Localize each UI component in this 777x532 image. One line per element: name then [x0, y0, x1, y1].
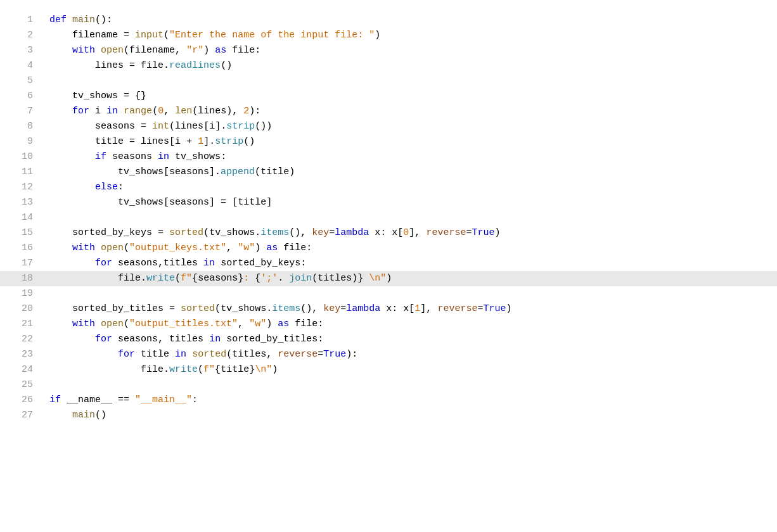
line-number: 19 [0, 286, 43, 301]
code-editor: 1 def main(): 2 filename = input("Enter … [0, 0, 777, 532]
line-content: title = lines[i + 1].strip() [43, 134, 777, 149]
line-number: 24 [0, 362, 43, 377]
line-content: seasons = int(lines[i].strip()) [43, 119, 777, 134]
line-number: 2 [0, 28, 43, 43]
line-number: 3 [0, 43, 43, 58]
table-row: 2 filename = input("Enter the name of th… [0, 28, 777, 43]
line-number: 12 [0, 180, 43, 195]
line-content: tv_shows[seasons] = [title] [43, 195, 777, 210]
table-row: 5 [0, 73, 777, 89]
line-content: for seasons,titles in sorted_by_keys: [43, 256, 777, 271]
line-content: lines = file.readlines() [43, 58, 777, 73]
line-content [43, 286, 777, 301]
table-row: 18 file.write(f"{seasons}: {';'. join(ti… [0, 271, 777, 286]
table-row: 16 with open("output_keys.txt", "w") as … [0, 241, 777, 256]
line-content [43, 73, 777, 89]
table-row: 20 sorted_by_titles = sorted(tv_shows.it… [0, 301, 777, 317]
table-row: 4 lines = file.readlines() [0, 58, 777, 73]
line-number: 23 [0, 347, 43, 362]
line-content: if seasons in tv_shows: [43, 149, 777, 165]
table-row: 8 seasons = int(lines[i].strip()) [0, 119, 777, 134]
line-content: else: [43, 180, 777, 195]
line-number: 17 [0, 256, 43, 271]
table-row: 25 [0, 377, 777, 393]
line-content [43, 210, 777, 225]
line-content: with open("output_keys.txt", "w") as fil… [43, 241, 777, 256]
line-number: 10 [0, 149, 43, 165]
line-content: file.write(f"{seasons}: {';'. join(title… [43, 271, 777, 286]
line-number: 14 [0, 210, 43, 225]
line-content: filename = input("Enter the name of the … [43, 28, 777, 43]
table-row: 23 for title in sorted(titles, reverse=T… [0, 347, 777, 362]
table-row: 6 tv_shows = {} [0, 89, 777, 104]
line-number: 22 [0, 332, 43, 347]
table-row: 1 def main(): [0, 13, 777, 28]
table-row: 27 main() [0, 408, 777, 423]
line-content: tv_shows[seasons].append(title) [43, 165, 777, 180]
table-row: 3 with open(filename, "r") as file: [0, 43, 777, 58]
code-table: 1 def main(): 2 filename = input("Enter … [0, 13, 777, 423]
line-number: 8 [0, 119, 43, 134]
line-content: sorted_by_keys = sorted(tv_shows.items()… [43, 225, 777, 241]
table-row: 14 [0, 210, 777, 225]
line-content: with open("output_titles.txt", "w") as f… [43, 317, 777, 332]
table-row: 22 for seasons, titles in sorted_by_titl… [0, 332, 777, 347]
line-number: 15 [0, 225, 43, 241]
table-row: 7 for i in range(0, len(lines), 2): [0, 104, 777, 119]
line-number: 7 [0, 104, 43, 119]
table-row: 13 tv_shows[seasons] = [title] [0, 195, 777, 210]
table-row: 19 [0, 286, 777, 301]
line-number: 26 [0, 393, 43, 408]
table-row: 17 for seasons,titles in sorted_by_keys: [0, 256, 777, 271]
line-content: def main(): [43, 13, 777, 28]
line-content: with open(filename, "r") as file: [43, 43, 777, 58]
line-content: for i in range(0, len(lines), 2): [43, 104, 777, 119]
table-row: 9 title = lines[i + 1].strip() [0, 134, 777, 149]
line-content: for title in sorted(titles, reverse=True… [43, 347, 777, 362]
table-row: 26 if __name__ == "__main__": [0, 393, 777, 408]
table-row: 15 sorted_by_keys = sorted(tv_shows.item… [0, 225, 777, 241]
table-row: 24 file.write(f"{title}\n") [0, 362, 777, 377]
line-content: sorted_by_titles = sorted(tv_shows.items… [43, 301, 777, 317]
table-row: 10 if seasons in tv_shows: [0, 149, 777, 165]
line-number: 4 [0, 58, 43, 73]
line-number: 16 [0, 241, 43, 256]
table-row: 11 tv_shows[seasons].append(title) [0, 165, 777, 180]
line-number: 5 [0, 73, 43, 89]
table-row: 21 with open("output_titles.txt", "w") a… [0, 317, 777, 332]
line-number: 18 [0, 271, 43, 286]
line-content [43, 377, 777, 393]
line-content: main() [43, 408, 777, 423]
line-content: file.write(f"{title}\n") [43, 362, 777, 377]
line-number: 27 [0, 408, 43, 423]
line-number: 9 [0, 134, 43, 149]
line-number: 21 [0, 317, 43, 332]
line-number: 1 [0, 13, 43, 28]
table-row: 12 else: [0, 180, 777, 195]
line-number: 6 [0, 89, 43, 104]
line-content: if __name__ == "__main__": [43, 393, 777, 408]
line-number: 25 [0, 377, 43, 393]
line-number: 11 [0, 165, 43, 180]
line-content: for seasons, titles in sorted_by_titles: [43, 332, 777, 347]
line-content: tv_shows = {} [43, 89, 777, 104]
line-number: 13 [0, 195, 43, 210]
line-number: 20 [0, 301, 43, 317]
